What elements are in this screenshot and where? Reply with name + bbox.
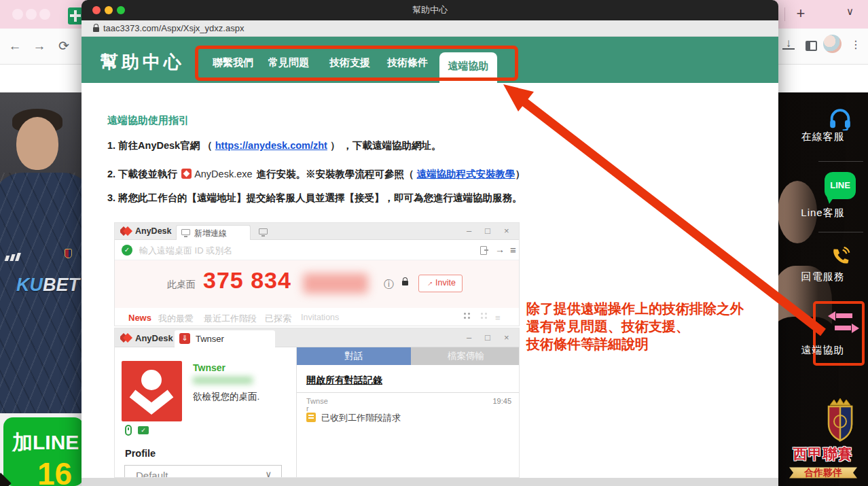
nav-discovered[interactable]: 已探索 <box>265 313 291 325</box>
invite-button[interactable]: →Invite <box>418 275 463 292</box>
profile-avatar[interactable] <box>823 35 842 53</box>
annotation-line-3: 技術條件等詳細說明 <box>526 335 778 353</box>
maximize-button[interactable]: □ <box>485 226 490 236</box>
reload-button[interactable]: ⟳ <box>56 35 72 57</box>
sidebar-item-online-service[interactable]: 在線客服 <box>778 131 868 143</box>
address-bar[interactable]: taac3373.com/Aspx/Xsjx_ydxz.aspx <box>82 20 778 37</box>
peer-request-text: 欲檢視您的桌面. <box>193 391 259 403</box>
downloads-icon[interactable]: ↓ <box>781 37 796 50</box>
back-button[interactable]: ← <box>7 35 23 57</box>
sidebar-item-callback-service[interactable]: 回電服務 <box>778 271 868 283</box>
inactive-tab-dot <box>12 9 23 20</box>
close-button[interactable]: × <box>504 332 509 343</box>
site-logo: 幫助中心 <box>101 50 185 74</box>
peer-avatar <box>122 361 182 421</box>
anydesk-logo-icon <box>120 226 132 236</box>
club-crest-icon <box>65 249 72 258</box>
nav-favorites[interactable]: 我的最愛 <box>158 313 194 325</box>
remote-id-placeholder: 輸入遠端桌面 ID 或別名 <box>139 245 232 257</box>
this-desk-label: 此桌面 <box>167 279 196 291</box>
annotation-line-2: 還有常見問題、技術支援、 <box>526 317 778 336</box>
screen: + ∨ ← → ⟳ ⌂ ↓ ⋮ KUBET 加LINE 16 <box>0 0 868 486</box>
address-book-icon[interactable] <box>480 246 487 255</box>
anydesk-nav-row: News 我的最愛 最近工作階段 已探索 Invitations ≡ <box>115 308 519 326</box>
chevron-down-icon: ∨ <box>265 469 272 478</box>
add-line-label: 加LINE <box>12 429 79 457</box>
peer-name: Twnser <box>193 362 225 373</box>
display-permission-icon: ✓ <box>138 426 149 434</box>
anydesk-exe-icon <box>181 169 192 179</box>
step-3: 3. 將您此工作台的【遠端地址】提交給客服人員並選擇【接受】，即可為您進行遠端協… <box>107 192 522 205</box>
window-bottom-edge <box>82 478 778 486</box>
url-text[interactable]: taac3373.com/Aspx/Xsjx_ydxz.aspx <box>103 23 244 33</box>
peer-tab[interactable]: ⇓ Twnser <box>175 330 275 347</box>
message-timestamp: 19:45 <box>492 397 511 405</box>
file-transfer-tab[interactable]: 檔案傳輸 <box>411 347 520 365</box>
customer-service-sidebar: 在線客服 LINE Line客服 回電服務 遠端協助 <box>778 92 868 486</box>
sidebar-item-remote-assist[interactable]: 遠端協助 <box>778 344 868 357</box>
remote-arrow-right-icon <box>833 324 859 332</box>
anydesk-link[interactable]: https://anydesk.com/zht <box>215 140 327 151</box>
connect-arrow-icon[interactable]: → <box>495 244 505 255</box>
tab-divider <box>784 7 785 21</box>
sidebar-item-line-service[interactable]: Line客服 <box>778 207 868 220</box>
info-icon[interactable]: ⓘ <box>384 278 394 291</box>
browser-menu-icon[interactable]: ⋮ <box>850 38 861 51</box>
session-tab[interactable]: 新增連線 <box>176 225 251 240</box>
input-permission-icon <box>125 425 132 436</box>
this-desk-panel: 此桌面 375 834 ⓘ →Invite <box>115 260 519 308</box>
window-title: 幫助中心 <box>82 0 778 20</box>
callback-phone-icon[interactable] <box>829 246 851 266</box>
profile-dropdown[interactable]: Default ∨ <box>124 465 282 478</box>
line-icon[interactable]: LINE <box>825 172 856 199</box>
nav-news[interactable]: News <box>128 313 151 323</box>
lock-icon <box>402 281 408 285</box>
anydesk-new-session-screenshot: AnyDesk 新增連線 – □ × ✓ 輸入遠端桌面 ID 或別名 → ≡ 此… <box>114 222 520 326</box>
grid-view-icon[interactable] <box>464 313 466 315</box>
message-sender: Twnse <box>306 397 328 405</box>
page-title: 遠端協助使用指引 <box>107 114 189 127</box>
anydesk-app-name: AnyDesk <box>135 333 173 343</box>
adidas-logo <box>5 253 26 262</box>
headset-icon[interactable] <box>828 109 852 131</box>
tab-search-chevron-icon[interactable]: ∨ <box>846 5 854 18</box>
anydesk-session-screenshot: AnyDesk ⇓ Twnser – □ × Twnser 欲檢視 <box>114 328 520 478</box>
inactive-tab-dot <box>26 9 37 20</box>
install-tutorial-link[interactable]: 遠端協助程式安裝教學 <box>417 169 516 179</box>
side-panel-icon[interactable] <box>806 41 817 51</box>
inactive-tab-dot <box>39 9 50 20</box>
anydesk-app-name: AnyDesk <box>135 226 172 236</box>
close-button[interactable]: × <box>504 226 509 236</box>
message-text: 已收到工作階段請求 <box>321 412 401 424</box>
menu-icon[interactable]: ≡ <box>510 244 516 256</box>
spreadsheet-favicon-icon[interactable] <box>68 7 83 24</box>
maximize-button[interactable]: □ <box>485 332 490 343</box>
profile-label: Profile <box>125 448 156 459</box>
club-crest-icon <box>819 397 861 445</box>
chat-tab[interactable]: 對話 <box>297 347 411 365</box>
anydesk-logo-icon <box>120 333 132 343</box>
redacted-peer-id-blur <box>193 377 253 384</box>
remote-id-input[interactable]: ✓ 輸入遠端桌面 ID 或別名 → ≡ <box>115 240 519 260</box>
nav-recent-sessions[interactable]: 最近工作階段 <box>204 313 257 325</box>
status-ok-icon: ✓ <box>122 245 132 256</box>
anydesk-exe-name: AnyDesk.exe <box>194 169 252 179</box>
new-session-monitor-icon[interactable] <box>259 228 268 235</box>
add-line-banner[interactable]: 加LINE 16 <box>3 417 84 486</box>
forward-button[interactable]: → <box>31 35 48 57</box>
monitor-icon <box>181 229 190 235</box>
redacted-id-blur <box>303 273 368 294</box>
minimize-button[interactable]: – <box>467 332 471 343</box>
new-tab-button[interactable]: + <box>791 4 811 24</box>
annotation-line-1: 除了提供遠端操作上的技術排除之外 <box>526 300 778 318</box>
kubet-logo: KUBET <box>16 275 79 296</box>
minimize-button[interactable]: – <box>467 226 471 236</box>
lock-icon <box>93 27 99 32</box>
list-view-icon[interactable]: ≡ <box>495 313 501 323</box>
laliga-partner-title: 西甲聯賽 <box>778 445 868 464</box>
help-center-window: 幫助中心 taac3373.com/Aspx/Xsjx_ydxz.aspx 幫助… <box>82 0 778 486</box>
nav-invitations[interactable]: Invitations <box>301 313 339 322</box>
open-all-chats-link[interactable]: 開啟所有對話記錄 <box>306 375 382 387</box>
tile-view-icon[interactable] <box>481 313 483 315</box>
window-titlebar[interactable]: 幫助中心 <box>82 0 778 20</box>
